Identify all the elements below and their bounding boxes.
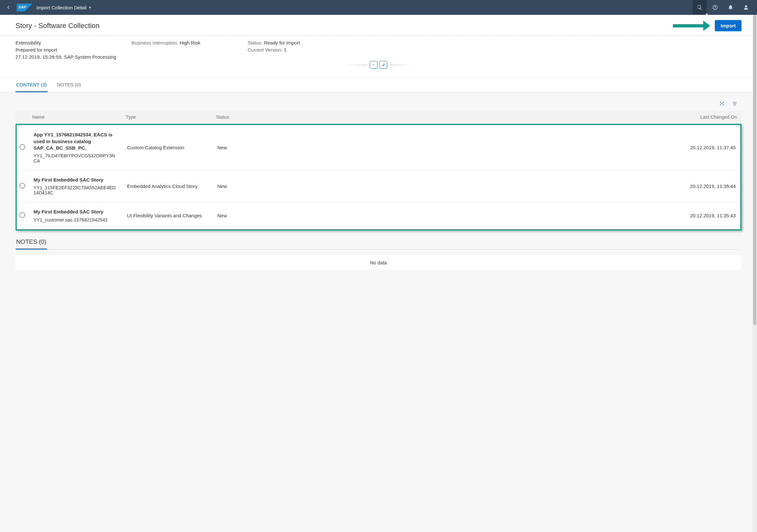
business-interruption: Business Interruption: High Risk <box>132 39 235 47</box>
vertical-scrollbar[interactable] <box>752 15 757 532</box>
svg-point-4 <box>723 102 724 103</box>
row-title: App YY1_1576821942534_EACS is used in bu… <box>34 132 118 151</box>
timestamp-label: 27.12.2019, 15:28:59, SAP System Process… <box>15 53 119 61</box>
back-button[interactable] <box>4 3 13 12</box>
row-changed: 20.12.2019, 11:35:43 <box>671 202 740 229</box>
svg-point-6 <box>723 105 724 106</box>
table-toolbar <box>15 98 742 110</box>
row-status: New <box>213 202 671 229</box>
svg-point-5 <box>720 105 721 106</box>
shell-bar: SAP Import Collection Detail ▼ <box>0 0 757 15</box>
svg-rect-9 <box>734 105 736 106</box>
row-changed: 20.12.2019, 11:37:45 <box>671 125 740 170</box>
status-label: Status: <box>248 40 263 46</box>
tab-content[interactable]: CONTENT (3) <box>15 78 47 92</box>
chevron-down-icon: ▼ <box>88 6 92 9</box>
page-header: Story - Software Collection Import <box>0 15 757 36</box>
header-collapse-controls <box>15 61 742 69</box>
col-last-changed[interactable]: Last Changed On <box>671 110 742 124</box>
row-subtitle: YY1_customer.sac.1576821942542 <box>34 217 118 223</box>
shell-title-dropdown[interactable]: Import Collection Detail ▼ <box>36 5 92 10</box>
view-settings-icon[interactable] <box>718 100 725 108</box>
notes-no-data: No data <box>15 255 742 270</box>
tab-bar: CONTENT (3) NOTES (0) <box>0 78 757 93</box>
notes-section: NOTES (0) No data <box>15 231 742 270</box>
row-status: New <box>213 170 671 202</box>
content-area: Name Type Status Last Changed On App YY1… <box>0 93 757 279</box>
row-radio[interactable] <box>19 144 25 150</box>
col-name[interactable]: Name <box>28 110 121 124</box>
status-line: Status: Ready for Import <box>248 39 351 47</box>
row-subtitle: YY1_7ILD4YEBIYPOVCG532ORPY3NCA <box>34 153 118 164</box>
svg-point-2 <box>720 102 721 103</box>
version-line: Current Version: 1 <box>248 47 351 53</box>
version-label: Current Version: <box>248 47 283 52</box>
table-row[interactable]: My First Embedded SAC Story YY1_115FE2EF… <box>17 170 740 202</box>
row-status: New <box>213 125 671 170</box>
user-icon[interactable] <box>739 0 753 15</box>
row-radio[interactable] <box>19 183 25 189</box>
prepared-label: Prepared for import <box>15 47 119 53</box>
svg-text:SAP: SAP <box>18 5 26 9</box>
svg-rect-8 <box>734 104 736 105</box>
bell-icon[interactable] <box>723 0 738 15</box>
search-icon[interactable] <box>692 0 707 15</box>
pin-header-button[interactable] <box>379 61 387 69</box>
extensibility-label: Extensibility <box>15 39 119 47</box>
row-type: Embedded Analytics Cloud Story <box>123 170 213 202</box>
import-arrow-annotation: Import <box>673 20 742 31</box>
table-row[interactable]: My First Embedded SAC Story YY1_customer… <box>17 202 740 229</box>
interruption-value: High Risk <box>180 40 200 46</box>
sap-logo: SAP <box>17 4 33 11</box>
list-settings-icon[interactable] <box>731 100 738 108</box>
row-title: My First Embedded SAC Story <box>34 208 118 215</box>
shell-title: Import Collection Detail <box>36 5 86 10</box>
col-type[interactable]: Type <box>121 110 211 124</box>
help-icon[interactable] <box>708 0 722 15</box>
collapse-header-button[interactable] <box>370 61 378 69</box>
svg-rect-7 <box>733 102 737 103</box>
row-title: My First Embedded SAC Story <box>34 177 118 183</box>
content-table: Name Type Status Last Changed On <box>15 110 742 124</box>
table-row[interactable]: App YY1_1576821942534_EACS is used in bu… <box>17 125 740 170</box>
row-radio[interactable] <box>19 212 25 218</box>
status-value: Ready for Import <box>264 40 300 46</box>
row-type: Custom Catalog Extension <box>123 125 213 170</box>
import-button[interactable]: Import <box>715 20 742 31</box>
version-value: 1 <box>284 47 287 52</box>
highlighted-rows-box: App YY1_1576821942534_EACS is used in bu… <box>15 124 742 230</box>
notes-heading[interactable]: NOTES (0) <box>15 233 47 250</box>
scroll-thumb[interactable] <box>753 15 756 325</box>
interruption-label: Business Interruption: <box>132 40 178 46</box>
col-status[interactable]: Status <box>211 110 671 124</box>
row-subtitle: YY1_115FE2EF3223C79A552AEE4ED14D414C <box>34 185 118 195</box>
tab-notes[interactable]: NOTES (0) <box>56 78 81 92</box>
row-type: UI Flexibility Variants and Changes <box>123 202 213 229</box>
info-block: Extensibility Prepared for import 27.12.… <box>0 36 757 78</box>
page-title: Story - Software Collection <box>15 21 99 30</box>
svg-point-3 <box>721 103 722 104</box>
row-changed: 20.12.2019, 11:35:44 <box>671 170 740 202</box>
